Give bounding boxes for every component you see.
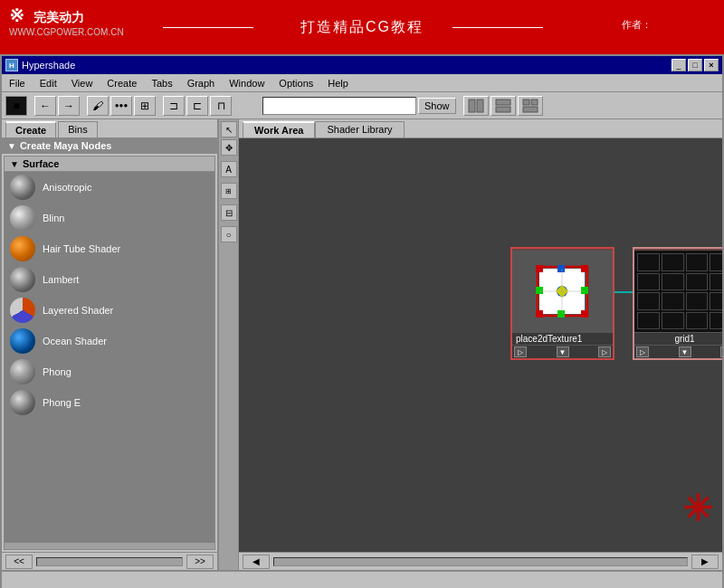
tool-back[interactable]: ← bbox=[34, 96, 56, 116]
list-item-anisotropic[interactable]: Anisotropic bbox=[5, 172, 214, 203]
node-place2d-btn-right[interactable]: ▷ bbox=[598, 346, 611, 357]
svg-rect-3 bbox=[496, 107, 510, 112]
tool-input-graph[interactable]: ⊐ bbox=[163, 96, 185, 116]
subsection-header: ▼ Surface bbox=[5, 156, 214, 172]
shader-label-anisotropic: Anisotropic bbox=[43, 182, 91, 193]
shader-ball-phonge bbox=[10, 390, 35, 415]
work-canvas[interactable]: place2dTexture1 ▷ ▼ ▷ bbox=[239, 138, 722, 552]
list-item-phong[interactable]: Phong bbox=[5, 356, 214, 387]
svg-rect-20 bbox=[581, 287, 588, 294]
shader-label-phonge: Phong E bbox=[43, 397, 81, 408]
work-scroll-track[interactable] bbox=[273, 557, 688, 566]
show-input[interactable] bbox=[262, 97, 416, 115]
grid-cell bbox=[637, 312, 660, 330]
view-btn-1[interactable] bbox=[463, 96, 489, 116]
menu-options[interactable]: Options bbox=[275, 77, 317, 90]
minimize-button[interactable]: _ bbox=[672, 59, 686, 71]
scroll-track[interactable] bbox=[36, 557, 183, 566]
tool-cursor[interactable]: ⊞ bbox=[134, 96, 156, 116]
grid-cell bbox=[686, 273, 709, 291]
icon-col-light[interactable]: ○ bbox=[221, 226, 237, 242]
banner-title: 打造精品CG教程 bbox=[300, 18, 424, 37]
title-bar-left: H Hypershade bbox=[5, 59, 75, 71]
menu-window[interactable]: Window bbox=[225, 77, 268, 90]
node-grid-btn-right[interactable]: ▷ bbox=[720, 346, 722, 357]
shader-list: Anisotropic Blinn Hair Tube Shader bbox=[5, 172, 214, 543]
list-item-hair[interactable]: Hair Tube Shader bbox=[5, 233, 214, 264]
list-item-layered[interactable]: Layered Shader bbox=[5, 295, 214, 326]
icon-col-select[interactable]: ↖ bbox=[221, 121, 237, 138]
subsection-label: Surface bbox=[23, 158, 59, 169]
svg-rect-18 bbox=[557, 310, 565, 318]
show-button[interactable]: Show bbox=[418, 98, 456, 114]
svg-rect-6 bbox=[523, 107, 538, 112]
tab-work-area[interactable]: Work Area bbox=[243, 121, 315, 138]
icon-col-render[interactable]: ⊟ bbox=[221, 204, 237, 221]
grid-cell bbox=[710, 253, 722, 271]
main-window: H Hypershade _ □ × File Edit View Create… bbox=[0, 54, 724, 588]
maximize-button[interactable]: □ bbox=[688, 59, 702, 71]
tool-paint[interactable]: 🖌 bbox=[87, 96, 109, 116]
menu-create[interactable]: Create bbox=[103, 77, 140, 90]
shader-ball-phong bbox=[10, 359, 35, 384]
shader-ball-blinn bbox=[10, 205, 35, 231]
close-button[interactable]: × bbox=[704, 59, 719, 71]
tool-both-graph[interactable]: ⊓ bbox=[210, 96, 232, 116]
right-panel: Work Area Shader Library bbox=[239, 119, 722, 570]
grid-graphic bbox=[634, 251, 722, 332]
menu-file[interactable]: File bbox=[5, 77, 29, 90]
collapse-arrow[interactable]: ▼ bbox=[7, 141, 16, 151]
menu-graph[interactable]: Graph bbox=[184, 77, 219, 90]
tool-output-graph[interactable]: ⊏ bbox=[186, 96, 208, 116]
window-icon: H bbox=[5, 59, 18, 71]
grid-cell bbox=[662, 292, 684, 310]
grid-cell bbox=[686, 312, 709, 330]
list-item-ocean[interactable]: Ocean Shader bbox=[5, 326, 214, 356]
menu-tabs[interactable]: Tabs bbox=[148, 77, 176, 90]
node-place2d-btn-mid[interactable]: ▼ bbox=[557, 346, 569, 357]
title-bar-buttons: _ □ × bbox=[672, 59, 719, 71]
icon-col-texture[interactable]: ⊞ bbox=[221, 183, 237, 199]
list-item-phonge[interactable]: Phong E bbox=[5, 387, 214, 418]
shader-label-blinn: Blinn bbox=[43, 213, 64, 223]
work-scroll-left[interactable]: ◀ bbox=[243, 555, 270, 569]
menu-edit[interactable]: Edit bbox=[36, 77, 61, 90]
list-item-blinn[interactable]: Blinn bbox=[5, 203, 214, 233]
work-tabs: Work Area Shader Library bbox=[239, 119, 722, 138]
node-place2d-btn-left[interactable]: ▷ bbox=[514, 346, 527, 357]
svg-rect-1 bbox=[477, 100, 483, 112]
tab-bins[interactable]: Bins bbox=[58, 121, 97, 138]
node-grid-btn-left[interactable]: ▷ bbox=[636, 346, 649, 357]
tool-dots[interactable]: ●●● bbox=[110, 96, 132, 116]
grid-cell bbox=[637, 292, 660, 310]
tool-forward[interactable]: → bbox=[58, 96, 80, 116]
window-title: Hypershade bbox=[22, 60, 75, 71]
scroll-right-btn[interactable]: >> bbox=[186, 555, 214, 569]
node-grid[interactable]: grid1 ▷ ▼ ▷ bbox=[633, 247, 722, 360]
work-scroll-right[interactable]: ▶ bbox=[691, 555, 719, 569]
menu-view[interactable]: View bbox=[68, 77, 97, 90]
svg-rect-0 bbox=[469, 100, 475, 112]
tab-shader-library[interactable]: Shader Library bbox=[315, 121, 404, 138]
list-item-lambert[interactable]: Lambert bbox=[5, 264, 214, 295]
shader-label-ocean: Ocean Shader bbox=[43, 336, 107, 346]
toolbar: ■ ← → 🖌 ●●● ⊞ ⊐ ⊏ ⊓ Show bbox=[2, 92, 722, 119]
scroll-left-btn[interactable]: << bbox=[5, 555, 33, 569]
tool-black-square[interactable]: ■ bbox=[5, 96, 27, 116]
svg-rect-2 bbox=[496, 100, 510, 105]
node-grid-btn-mid[interactable]: ▼ bbox=[679, 346, 691, 357]
banner-subtitle: WWW.CGPOWER.COM.CN bbox=[9, 27, 124, 37]
icon-col-move[interactable]: ✥ bbox=[221, 139, 237, 156]
node-place2d-label: place2dTexture1 bbox=[516, 334, 582, 344]
tab-create[interactable]: Create bbox=[5, 121, 56, 138]
view-btn-2[interactable] bbox=[491, 96, 516, 116]
banner-logo: ※ 完美动力 bbox=[9, 5, 84, 26]
menu-help[interactable]: Help bbox=[324, 77, 352, 90]
subsection-collapse[interactable]: ▼ bbox=[10, 159, 19, 169]
node-place2d[interactable]: place2dTexture1 ▷ ▼ ▷ bbox=[510, 247, 614, 360]
svg-rect-4 bbox=[523, 100, 529, 105]
icon-col-zoom[interactable]: A bbox=[221, 161, 237, 177]
grid-cell bbox=[710, 292, 722, 310]
svg-rect-16 bbox=[581, 310, 588, 318]
view-btn-3[interactable] bbox=[518, 96, 543, 116]
